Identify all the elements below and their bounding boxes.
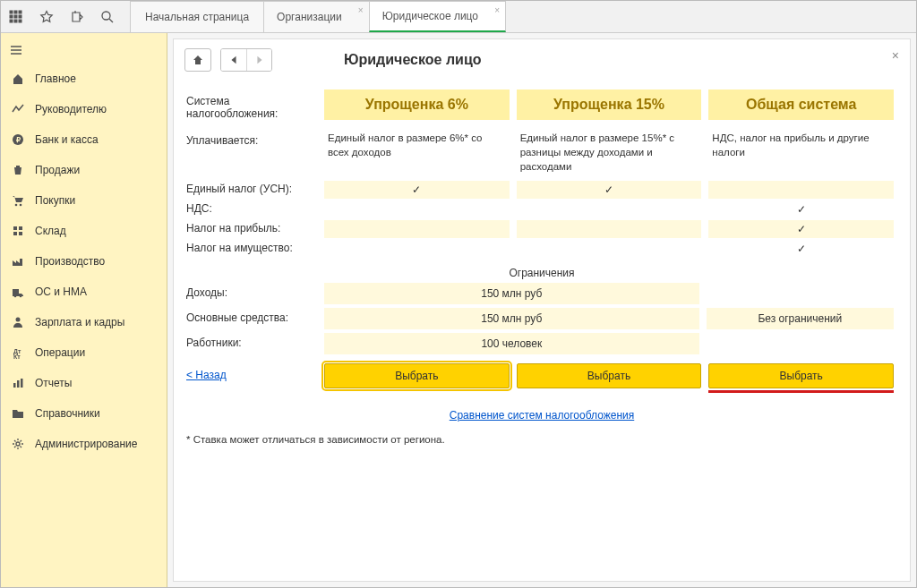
boxes-icon [10,225,26,237]
plan-header-usn15: Упрощенка 15% [517,89,702,120]
cart-icon [10,194,26,207]
sidebar-item-sales[interactable]: Продажи [1,155,167,185]
sidebar-item-label: ОС и НМА [35,285,87,298]
sidebar-item-purchases[interactable]: Покупки [1,185,167,216]
svg-rect-8 [19,20,21,22]
close-icon[interactable]: × [358,5,364,15]
nav-home-button[interactable] [184,48,211,72]
tax-cell [708,181,894,199]
limit-value: 100 человек [324,333,699,354]
app-window: Начальная страница Организации × Юридиче… [0,0,917,588]
check-icon [604,183,613,196]
select-plan-usn6-button[interactable]: Выбрать [324,363,510,388]
svg-rect-19 [19,226,22,230]
svg-point-22 [14,295,17,298]
limit-row-staff: Работники: 100 человек [186,333,897,354]
compare-link[interactable]: Сравнение систем налогообложения [450,409,634,422]
plan-header-usn6: Упрощенка 6% [324,89,510,120]
limit-label: Доходы: [186,283,321,304]
star-icon[interactable] [31,1,62,32]
topbar: Начальная страница Организации × Юридиче… [1,1,916,33]
close-icon[interactable]: × [494,5,500,15]
sidebar-item-assets[interactable]: ОС и НМА [1,277,167,307]
operations-icon: ДтКт [10,346,26,359]
tax-row-usn: Единый налог (УСН): [186,181,897,199]
svg-rect-5 [19,15,21,18]
check-icon [797,203,806,216]
sidebar-item-main[interactable]: Главное [1,64,167,94]
paid-label: Уплачивается: [186,129,321,147]
svg-rect-1 [14,11,17,13]
underline-row [186,388,897,393]
svg-point-30 [16,442,20,446]
bag-icon [10,164,26,176]
apps-icon[interactable] [1,1,31,32]
nav-back-button[interactable] [221,49,246,71]
sidebar-item-label: Зарплата и кадры [35,316,124,328]
sidebar-item-label: Руководителю [35,103,107,115]
sidebar-item-warehouse[interactable]: Склад [1,216,167,246]
sidebar-item-label: Покупки [35,194,75,207]
sidebar: Главное Руководителю ₽ Банк и касса Прод… [1,33,167,587]
tax-cell [708,240,894,258]
plan-desc: Единый налог в размере 6%* со всех доход… [324,129,510,161]
page-title: Юридическое лицо [344,52,482,68]
sidebar-item-label: Склад [35,225,66,237]
gear-icon [10,438,26,450]
chart-icon [10,103,26,115]
sidebar-item-label: Производство [35,255,105,268]
select-plan-osno-button[interactable]: Выбрать [708,363,894,388]
plan-desc: НДС, налог на прибыль и другие налоги [708,129,894,161]
svg-rect-18 [13,226,17,230]
limit-value: 150 млн руб [324,283,699,304]
svg-rect-21 [19,232,22,235]
menu-toggle-icon[interactable] [1,37,31,64]
svg-rect-4 [14,15,17,18]
sidebar-item-label: Операции [35,346,85,359]
tax-cell [708,200,894,218]
sidebar-item-production[interactable]: Производство [1,246,167,277]
nav-forward-button[interactable] [246,49,271,71]
svg-rect-29 [21,379,23,388]
svg-rect-6 [10,20,13,22]
svg-rect-7 [14,20,17,22]
plan-header-osno: Общая система [708,89,894,120]
tax-system-row: Система налогообложения: Упрощенка 6% Уп… [186,89,897,120]
tab-legal-entity[interactable]: Юридическое лицо × [369,1,506,32]
sidebar-item-manager[interactable]: Руководителю [1,94,167,124]
back-link[interactable]: < Назад [186,363,321,388]
main-panel: × Юридическое лицо Сист [173,38,911,582]
tab-home[interactable]: Начальная страница [130,1,264,32]
svg-point-9 [102,12,110,20]
close-icon[interactable]: × [892,48,899,63]
tax-system-label: Система налогообложения: [186,89,321,120]
highlight-underline [708,390,894,393]
search-icon[interactable] [92,1,123,32]
tab-organizations[interactable]: Организации × [263,1,370,32]
plan-desc: Единый налог в размере 15%* с разницы ме… [517,129,702,175]
sidebar-item-reports[interactable]: Отчеты [1,368,167,398]
person-icon [10,316,26,328]
tax-cell [517,220,702,238]
body: Главное Руководителю ₽ Банк и касса Прод… [1,33,916,587]
select-plan-usn15-button[interactable]: Выбрать [517,363,702,388]
tax-cell [517,240,702,258]
limit-value: Без ограничений [707,308,894,329]
sidebar-item-bank[interactable]: ₽ Банк и касса [1,124,167,155]
topbar-tools [1,1,123,32]
svg-point-23 [20,295,22,298]
check-icon [412,183,421,196]
tax-cell [517,200,702,218]
sidebar-item-catalogs[interactable]: Справочники [1,398,167,429]
limit-label: Работники: [186,333,321,354]
sidebar-item-payroll[interactable]: Зарплата и кадры [1,307,167,337]
sidebar-item-label: Отчеты [35,377,72,389]
footnote: * Ставка может отличаться в зависимости … [186,434,897,445]
limit-row-assets: Основные средства: 150 млн руб Без огран… [186,308,897,329]
history-icon[interactable] [62,1,92,32]
truck-icon [10,285,26,298]
sidebar-item-operations[interactable]: ДтКт Операции [1,337,167,368]
tabs: Начальная страница Организации × Юридиче… [130,1,505,32]
tax-label: НДС: [186,200,321,215]
sidebar-item-admin[interactable]: Администрирование [1,429,167,459]
